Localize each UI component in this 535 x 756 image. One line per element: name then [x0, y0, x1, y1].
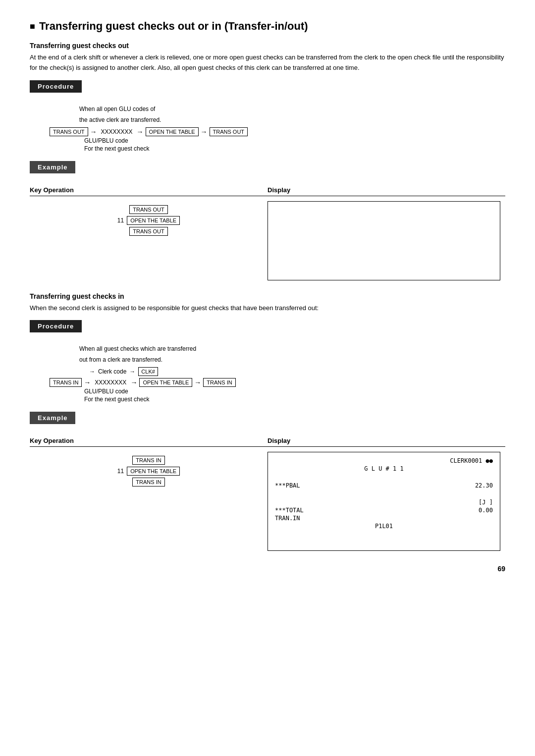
diagram-in-note1: When all guest checks which are transfer…: [79, 345, 505, 352]
open-table-key-in: OPEN THE TABLE: [139, 378, 192, 387]
xxxxxxxx-label-in: XXXXXXXX: [95, 379, 126, 386]
display-line-1: CLERK0001 ●●: [275, 457, 493, 464]
trans-out-key-1: TRANS OUT: [50, 127, 88, 136]
page-number: 69: [497, 565, 505, 573]
trans-in-key-1: TRANS IN: [50, 378, 82, 387]
diagram-out-note1: When all open GLU codes of: [79, 106, 505, 112]
display-header-out: Display: [268, 186, 505, 196]
key-op-area-in: TRANS IN 11 OPEN THE TABLE TRANS IN: [30, 452, 268, 490]
key-op-in-row-2: 11 OPEN THE TABLE: [117, 467, 180, 476]
diagram-in-sub2: For the next guest check: [84, 396, 505, 403]
diagram-in-sub1: GLU/PBLU code: [84, 388, 505, 395]
key-open-table-1: OPEN THE TABLE: [127, 216, 180, 225]
procedure-badge-out: Procedure: [30, 80, 82, 93]
key-trans-in-1: TRANS IN: [132, 456, 164, 465]
arrow-in-1: →: [84, 378, 91, 386]
diagram-in-note2: out from a clerk are transferred.: [79, 356, 505, 363]
key-open-table-in: OPEN THE TABLE: [127, 467, 180, 476]
display-box-in: CLERK0001 ●● G L U # 1 1 ***PBAL 22.30 […: [268, 452, 500, 551]
section-in-title: Transferring guest checks in: [30, 292, 505, 300]
arrow-3: →: [201, 128, 208, 136]
diagram-out-flow: TRANS OUT → XXXXXXXX → OPEN THE TABLE → …: [50, 127, 505, 136]
arrow-in-3: →: [194, 378, 201, 386]
section-out-title: Transferring guest checks out: [30, 42, 505, 50]
key-op-col-out: Key Operation TRANS OUT 11 OPEN THE TABL…: [30, 186, 268, 280]
arrow-1: →: [90, 128, 97, 136]
key-op-row-1: TRANS OUT: [129, 205, 168, 214]
key-trans-out-2: TRANS OUT: [129, 227, 168, 236]
display-col-in: Display CLERK0001 ●● G L U # 1 1 ***PBAL…: [268, 437, 505, 551]
key-op-row-3: TRANS OUT: [129, 227, 168, 236]
arrow-in-2: →: [130, 378, 137, 386]
page-title: Transferring guest checks out or in (Tra…: [30, 20, 505, 33]
key-trans-in-2: TRANS IN: [132, 478, 164, 486]
diagram-sub2: For the next guest check: [84, 145, 505, 152]
key-op-row-2: 11 OPEN THE TABLE: [117, 216, 180, 225]
example-badge-out: Example: [30, 161, 75, 173]
key-prefix-11: 11: [117, 217, 124, 224]
key-op-header-in: Key Operation: [30, 437, 268, 447]
procedure-badge-in: Procedure: [30, 320, 82, 332]
display-col-out: Display: [268, 186, 505, 280]
display-pbal-right: 22.30: [475, 482, 493, 489]
diagram-out-note2: the active clerk are transferred.: [79, 116, 505, 123]
clerk-code-label: Clerk code: [98, 368, 126, 375]
display-glu: G L U # 1 1: [364, 465, 403, 472]
key-op-in-row-1: TRANS IN: [132, 456, 164, 465]
display-line4-right: [J ]: [479, 499, 493, 506]
display-total-left: ***TOTAL: [275, 507, 304, 514]
display-line-6: TRAN.IN: [275, 515, 493, 522]
display-line-7: P1L01: [275, 523, 493, 530]
diagram-sub1: GLU/PBLU code: [84, 137, 505, 144]
xxxxxxxx-label: XXXXXXXX: [101, 128, 133, 135]
display-line-2: G L U # 1 1: [275, 465, 493, 472]
key-in-prefix-11: 11: [117, 468, 124, 475]
display-line-4: [J ]: [275, 499, 493, 506]
section-in: Transferring guest checks in When the se…: [30, 292, 505, 551]
display-box-out: [268, 201, 500, 280]
display-line1-right: CLERK0001 ●●: [450, 457, 493, 464]
key-op-in-row-3: TRANS IN: [132, 478, 164, 486]
diagram-in-flow: TRANS IN → XXXXXXXX → OPEN THE TABLE → T…: [50, 378, 505, 387]
trans-in-key-2: TRANS IN: [203, 378, 235, 387]
section-out-body: At the end of a clerk shift or whenever …: [30, 53, 505, 73]
key-op-header-out: Key Operation: [30, 186, 268, 196]
example-badge-in: Example: [30, 412, 75, 424]
key-op-col-in: Key Operation TRANS IN 11 OPEN THE TABLE…: [30, 437, 268, 551]
arrow-2: →: [137, 128, 144, 136]
example-in-columns: Key Operation TRANS IN 11 OPEN THE TABLE…: [30, 437, 505, 551]
display-tranin-left: TRAN.IN: [275, 515, 300, 522]
example-out-columns: Key Operation TRANS OUT 11 OPEN THE TABL…: [30, 186, 505, 280]
diagram-in: When all guest checks which are transfer…: [50, 345, 505, 403]
display-total-right: 0.00: [479, 507, 493, 514]
arrow-clerk-mid: →: [129, 368, 135, 375]
diagram-out: When all open GLU codes of the active cl…: [50, 106, 505, 152]
trans-out-key-2: TRANS OUT: [210, 127, 248, 136]
section-out: Transferring guest checks out At the end…: [30, 42, 505, 280]
display-header-in: Display: [268, 437, 505, 447]
open-table-key-1: OPEN THE TABLE: [146, 127, 199, 136]
display-line-5: ***TOTAL 0.00: [275, 507, 493, 514]
arrow-clerk-start: →: [89, 368, 95, 375]
display-pbal-left: ***PBAL: [275, 482, 300, 489]
display-p1l01: P1L01: [375, 523, 393, 530]
key-trans-out-1: TRANS OUT: [129, 205, 168, 214]
display-line-3: ***PBAL 22.30: [275, 482, 493, 489]
clerk-code-row: → Clerk code → CLK#: [89, 367, 505, 376]
clk-key: CLK#: [138, 367, 158, 376]
key-op-area-out: TRANS OUT 11 OPEN THE TABLE TRANS OUT: [30, 201, 268, 240]
section-in-body: When the second clerk is assigned to be …: [30, 303, 505, 314]
